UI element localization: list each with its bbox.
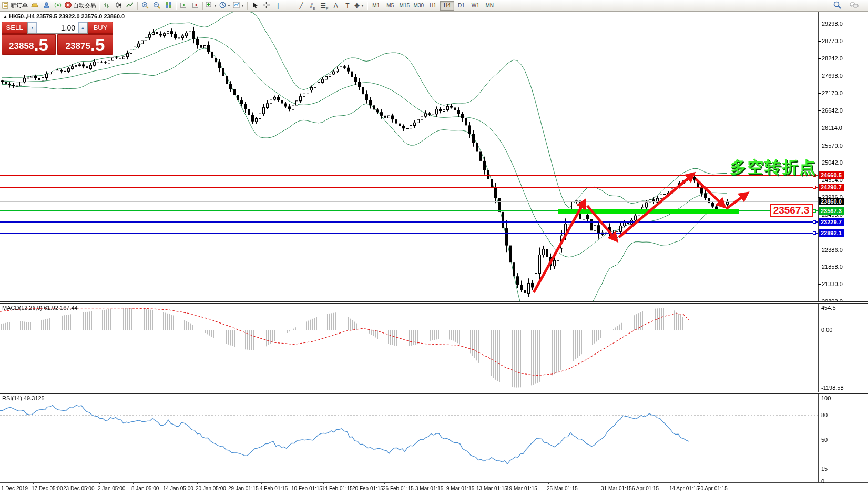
turning-point-annotation[interactable]: 多空转折点 [730, 156, 816, 178]
clock-icon [219, 2, 226, 9]
sell-button[interactable]: SELL [2, 22, 27, 34]
community-button[interactable] [40, 1, 52, 11]
signals-icon [54, 2, 62, 9]
toolbar-separator [99, 2, 99, 10]
text-label-button[interactable]: T [342, 1, 353, 11]
fibonacci-button[interactable]: ☰F [319, 1, 330, 11]
rsi-scale-tick: 100 [821, 395, 831, 401]
toolbar-separator [202, 2, 203, 10]
tile-windows-button[interactable] [162, 1, 174, 11]
resistance-line-24290[interactable] [0, 187, 818, 188]
price-axis-tickmark [818, 76, 821, 76]
cursor-button[interactable] [249, 1, 261, 11]
price-axis-tick: 21330.0 [822, 281, 843, 287]
buy-price[interactable]: 23875 .5 [57, 34, 113, 55]
price-axis-tick: 27698.0 [822, 73, 843, 79]
time-axis-label: 1 Dec 2019 [1, 486, 28, 491]
search-button[interactable] [831, 1, 843, 11]
chart-shift-button[interactable] [189, 1, 201, 11]
market-depth-button[interactable] [29, 1, 40, 11]
support-line-23229-handle[interactable] [813, 220, 816, 224]
support-line-23567-handle[interactable] [813, 209, 816, 213]
candlestick-chart-button[interactable] [113, 1, 124, 11]
zoom-in-button[interactable] [139, 1, 151, 11]
symbol-marker-icon: ▲ [3, 14, 7, 19]
cursor-icon [252, 2, 258, 10]
support-zone-band[interactable] [558, 209, 739, 214]
templates-button[interactable]: ▼ [232, 1, 246, 11]
price-axis-border [818, 12, 819, 482]
time-axis-label: 20 Apr 01:15 [698, 486, 728, 491]
toolbar-separator [137, 2, 138, 10]
time-axis-label: 26 Feb 01:15 [383, 486, 414, 491]
bar-chart-icon [104, 2, 110, 9]
resistance-line-24660[interactable] [0, 175, 818, 176]
trendline-button[interactable]: ╱ [295, 1, 307, 11]
toolbar-separator [367, 2, 367, 10]
bar-chart-button[interactable] [101, 1, 113, 11]
price-axis-tickmark [818, 128, 821, 128]
timeframe-d1[interactable]: D1 [454, 1, 468, 11]
price-axis-tickmark [818, 24, 821, 24]
periods-button[interactable]: ▼ [218, 1, 232, 11]
price-level-callout[interactable]: 23567.3 [770, 204, 813, 217]
timeframe-m30[interactable]: M30 [412, 1, 426, 11]
sell-price[interactable]: 23858 .5 [2, 34, 56, 55]
price-tag-24290.7: 24290.7 [819, 184, 844, 191]
support-line-22892-handle[interactable] [813, 231, 816, 235]
buy-button[interactable]: BUY [88, 22, 113, 34]
time-axis-tickmark [323, 483, 324, 484]
text-button[interactable]: A [330, 1, 342, 11]
crosshair-button[interactable] [261, 1, 272, 11]
timeframe-mn[interactable]: MN [483, 1, 497, 11]
volume-down-button[interactable]: ▼ [28, 22, 37, 33]
macd-value-main: 61.92 [44, 305, 58, 311]
chart-canvas[interactable] [0, 0, 868, 495]
zoom-out-button[interactable] [151, 1, 162, 11]
time-axis-tickmark [508, 483, 508, 484]
new-order-button[interactable]: 新订单 [1, 1, 29, 11]
horizontal-line-icon: — [287, 3, 293, 9]
vertical-line-button[interactable]: | [272, 1, 284, 11]
timeframe-m1[interactable]: M1 [369, 1, 383, 11]
line-chart-button[interactable] [124, 1, 136, 11]
volume-value[interactable]: 1.00 [37, 22, 78, 33]
timeframe-m15[interactable]: M15 [397, 1, 412, 11]
chat-button[interactable] [848, 1, 860, 11]
auto-scroll-button[interactable] [178, 1, 189, 11]
tile-windows-icon [165, 2, 172, 9]
pane-separator-rsi[interactable] [0, 392, 868, 394]
ohlc-close: 23860.0 [104, 13, 125, 19]
indicators-button[interactable]: ▼ [205, 1, 218, 11]
arrows-button[interactable]: ✥▼ [353, 1, 365, 11]
pane-separator-macd[interactable] [0, 301, 868, 304]
signals-button[interactable] [52, 1, 64, 11]
time-axis-border [0, 482, 868, 483]
support-line-23229[interactable] [0, 221, 818, 223]
timeframe-h4[interactable]: H4 [440, 1, 454, 11]
price-axis-tick: 29298.0 [822, 21, 843, 27]
timeframe-w1[interactable]: W1 [468, 1, 483, 11]
price-axis-tickmark [818, 146, 821, 146]
fibonacci-icon: ☰ [320, 3, 326, 9]
time-axis-label: 4 Feb 01:15 [260, 486, 288, 491]
autotrading-button[interactable]: 自动交易 [64, 1, 97, 11]
resistance-line-24290-handle[interactable] [813, 186, 816, 189]
support-line-22892[interactable] [0, 233, 818, 234]
timeframe-m5[interactable]: M5 [383, 1, 397, 11]
time-axis-label: 19 Mar 01:15 [506, 486, 537, 491]
time-axis-label: 9 Mar 01:15 [446, 486, 474, 491]
horizontal-line-button[interactable]: — [284, 1, 295, 11]
time-axis-tickmark [478, 483, 478, 484]
shapes-icon: ✥ [354, 3, 360, 9]
chat-icon [850, 2, 859, 10]
time-axis-tickmark [293, 483, 293, 484]
timeframe-h1[interactable]: H1 [426, 1, 440, 11]
price-tag-23567.3: 23567.3 [819, 207, 844, 215]
channel-button[interactable]: ⫽E [307, 1, 319, 11]
time-axis-tickmark [165, 483, 165, 484]
toolbar-separator [176, 2, 176, 10]
buy-price-main: 23875 [66, 41, 90, 52]
toolbar-separator [247, 2, 248, 10]
volume-up-button[interactable]: ▲ [78, 22, 87, 33]
